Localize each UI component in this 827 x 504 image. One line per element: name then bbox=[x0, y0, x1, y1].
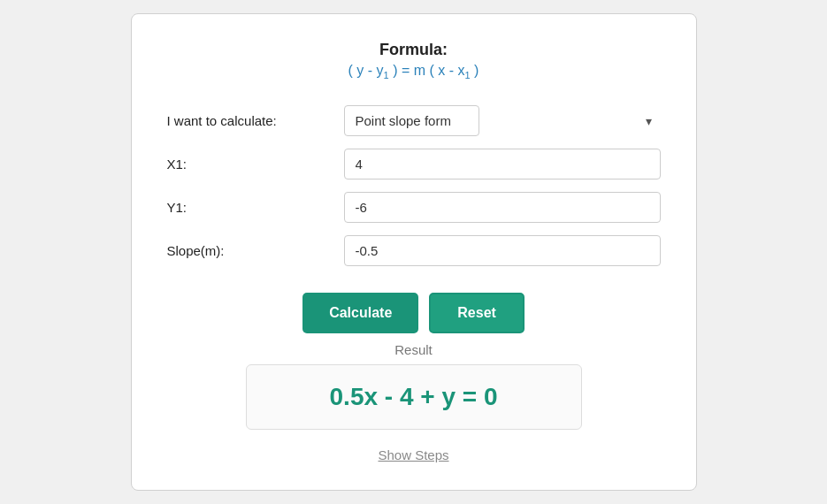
y1-row: Y1: bbox=[167, 192, 661, 223]
calculator-card: Formula: ( y - y1 ) = m ( x - x1 ) I wan… bbox=[131, 13, 697, 491]
show-steps-section: Show Steps bbox=[167, 447, 661, 463]
calculation-type-select[interactable]: Point slope form Slope X1 Y1 bbox=[344, 105, 479, 136]
slope-row: Slope(m): bbox=[167, 235, 661, 266]
y1-label: Y1: bbox=[167, 200, 344, 215]
form-section: I want to calculate: Point slope form Sl… bbox=[167, 105, 661, 266]
show-steps-link[interactable]: Show Steps bbox=[378, 447, 448, 462]
result-box: 0.5x - 4 + y = 0 bbox=[246, 364, 582, 430]
slope-input[interactable] bbox=[344, 235, 661, 266]
reset-button[interactable]: Reset bbox=[429, 293, 525, 333]
x1-row: X1: bbox=[167, 149, 661, 179]
calculate-button[interactable]: Calculate bbox=[302, 293, 418, 333]
x1-label: X1: bbox=[167, 157, 344, 172]
formula-expression: ( y - y1 ) = m ( x - x1 ) bbox=[167, 63, 661, 80]
slope-label: Slope(m): bbox=[167, 243, 344, 258]
result-label: Result bbox=[167, 342, 661, 357]
buttons-section: Calculate Reset bbox=[167, 293, 661, 333]
formula-section: Formula: ( y - y1 ) = m ( x - x1 ) bbox=[167, 41, 661, 80]
calculate-label: I want to calculate: bbox=[167, 113, 344, 128]
result-value: 0.5x - 4 + y = 0 bbox=[264, 383, 563, 411]
calculate-row: I want to calculate: Point slope form Sl… bbox=[167, 105, 661, 136]
y1-input[interactable] bbox=[344, 192, 661, 223]
formula-title: Formula: bbox=[167, 41, 661, 59]
dropdown-wrapper: Point slope form Slope X1 Y1 bbox=[344, 105, 661, 136]
x1-input[interactable] bbox=[344, 149, 661, 179]
